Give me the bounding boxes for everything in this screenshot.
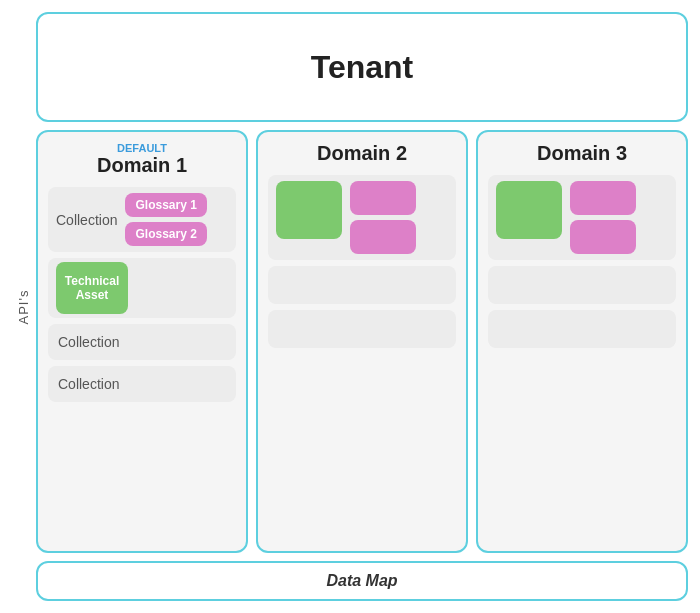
domain1-collection3-label: Collection <box>58 376 119 392</box>
domain2-box: Domain 2 <box>256 130 468 553</box>
domain2-pink-box2 <box>350 220 416 254</box>
domain1-default-label: DEFAULT <box>48 142 236 154</box>
domain3-pink-stack <box>570 181 636 254</box>
domain3-header: Domain 3 <box>488 142 676 165</box>
domain1-technical-asset: Technical Asset <box>56 262 128 314</box>
domain3-green-box <box>496 181 562 239</box>
datamap-label: Data Map <box>326 572 397 590</box>
apis-label: API's <box>16 289 31 324</box>
domains-row: DEFAULT Domain 1 Collection Glossary 1 G… <box>36 130 688 553</box>
domain1-row2: Technical Asset <box>48 258 236 318</box>
domain3-row1 <box>488 175 676 260</box>
domain1-collection2-label: Collection <box>58 334 119 350</box>
domain1-row1: Collection Glossary 1 Glossary 2 <box>48 187 236 252</box>
tenant-box: Tenant <box>36 12 688 122</box>
domain1-header: DEFAULT Domain 1 <box>48 142 236 177</box>
domain1-box: DEFAULT Domain 1 Collection Glossary 1 G… <box>36 130 248 553</box>
domain1-collection-label: Collection <box>56 212 117 228</box>
domain3-pink-box1 <box>570 181 636 215</box>
domain1-glossary1: Glossary 1 <box>125 193 206 217</box>
domain2-header: Domain 2 <box>268 142 456 165</box>
domain2-row1 <box>268 175 456 260</box>
domain3-box: Domain 3 <box>476 130 688 553</box>
domain2-pink-box1 <box>350 181 416 215</box>
domain2-title: Domain 2 <box>268 142 456 165</box>
domain1-glossary-stack: Glossary 1 Glossary 2 <box>125 193 206 246</box>
domain2-green-box <box>276 181 342 239</box>
domain2-pink-stack <box>350 181 416 254</box>
domain1-glossary2: Glossary 2 <box>125 222 206 246</box>
domain3-title: Domain 3 <box>488 142 676 165</box>
domain3-pink-box2 <box>570 220 636 254</box>
datamap-box: Data Map <box>36 561 688 601</box>
domain2-row2 <box>268 266 456 304</box>
domain1-row3: Collection <box>48 324 236 360</box>
domain3-row2 <box>488 266 676 304</box>
domain3-row3 <box>488 310 676 348</box>
tenant-label: Tenant <box>311 49 414 86</box>
domain2-row3 <box>268 310 456 348</box>
outer-container: API's Tenant DEFAULT Domain 1 Collection… <box>0 0 700 613</box>
domain1-title: Domain 1 <box>48 154 236 177</box>
domain1-row4: Collection <box>48 366 236 402</box>
